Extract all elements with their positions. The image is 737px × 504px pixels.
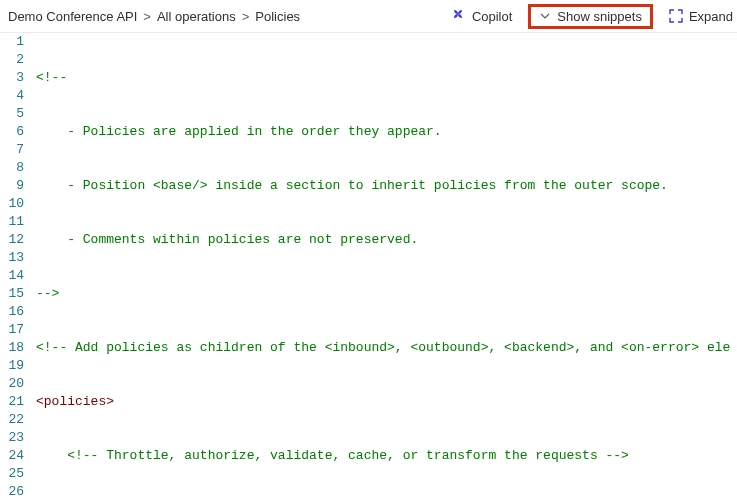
line-number: 18: [4, 339, 24, 357]
line-number: 24: [4, 447, 24, 465]
line-number: 14: [4, 267, 24, 285]
line-number: 16: [4, 303, 24, 321]
line-number: 1: [4, 33, 24, 51]
code-line[interactable]: <policies>: [36, 393, 730, 411]
line-number: 12: [4, 231, 24, 249]
code-text: - Comments within policies are not prese…: [36, 231, 418, 249]
code-text: policies: [44, 393, 106, 411]
expand-icon: [669, 9, 683, 23]
code-line[interactable]: - Policies are applied in the order they…: [36, 123, 730, 141]
header-bar: Demo Conference API > All operations > P…: [0, 0, 737, 32]
breadcrumb-item-api[interactable]: Demo Conference API: [8, 9, 137, 24]
code-line[interactable]: <!-- Add policies as children of the <in…: [36, 339, 730, 357]
line-number: 2: [4, 51, 24, 69]
breadcrumb-item-policies[interactable]: Policies: [255, 9, 300, 24]
line-number: 6: [4, 123, 24, 141]
line-number: 21: [4, 393, 24, 411]
expand-button[interactable]: Expand: [669, 9, 733, 24]
code-line[interactable]: <!-- Throttle, authorize, validate, cach…: [36, 447, 730, 465]
line-number: 25: [4, 465, 24, 483]
code-line[interactable]: - Position <base/> inside a section to i…: [36, 177, 730, 195]
copilot-button[interactable]: Copilot: [450, 8, 512, 24]
show-snippets-button[interactable]: Show snippets: [528, 4, 653, 29]
chevron-down-icon: [539, 10, 551, 22]
line-number: 23: [4, 429, 24, 447]
breadcrumb-sep: >: [143, 9, 151, 24]
line-number: 20: [4, 375, 24, 393]
code-editor[interactable]: 1 2 3 4 5 6 7 8 9 10 11 12 13 14 15 16 1…: [0, 32, 737, 504]
code-line[interactable]: <!--: [36, 69, 730, 87]
breadcrumb: Demo Conference API > All operations > P…: [8, 9, 300, 24]
line-number: 5: [4, 105, 24, 123]
code-text: -->: [36, 285, 59, 303]
breadcrumb-sep: >: [242, 9, 250, 24]
line-number: 4: [4, 87, 24, 105]
code-line[interactable]: -->: [36, 285, 730, 303]
line-number: 17: [4, 321, 24, 339]
line-number: 11: [4, 213, 24, 231]
copilot-icon: [450, 8, 466, 24]
code-text: <!-- Throttle, authorize, validate, cach…: [36, 447, 629, 465]
code-text: <!-- Add policies as children of the <in…: [36, 339, 730, 357]
snippets-label: Show snippets: [557, 9, 642, 24]
line-number: 8: [4, 159, 24, 177]
line-number: 13: [4, 249, 24, 267]
code-line[interactable]: - Comments within policies are not prese…: [36, 231, 730, 249]
line-number-gutter: 1 2 3 4 5 6 7 8 9 10 11 12 13 14 15 16 1…: [0, 33, 32, 504]
line-number: 22: [4, 411, 24, 429]
line-number: 3: [4, 69, 24, 87]
code-content[interactable]: <!-- - Policies are applied in the order…: [32, 33, 730, 504]
copilot-label: Copilot: [472, 9, 512, 24]
line-number: 10: [4, 195, 24, 213]
code-text: >: [106, 393, 114, 411]
line-number: 7: [4, 141, 24, 159]
expand-label: Expand: [689, 9, 733, 24]
line-number: 26: [4, 483, 24, 501]
toolbar: Copilot Show snippets Expand: [450, 4, 737, 29]
line-number: 19: [4, 357, 24, 375]
code-text: - Policies are applied in the order they…: [36, 123, 442, 141]
line-number: 9: [4, 177, 24, 195]
breadcrumb-item-operations[interactable]: All operations: [157, 9, 236, 24]
code-text: <!--: [36, 69, 67, 87]
line-number: 15: [4, 285, 24, 303]
code-text: - Position <base/> inside a section to i…: [36, 177, 668, 195]
code-text: <: [36, 393, 44, 411]
